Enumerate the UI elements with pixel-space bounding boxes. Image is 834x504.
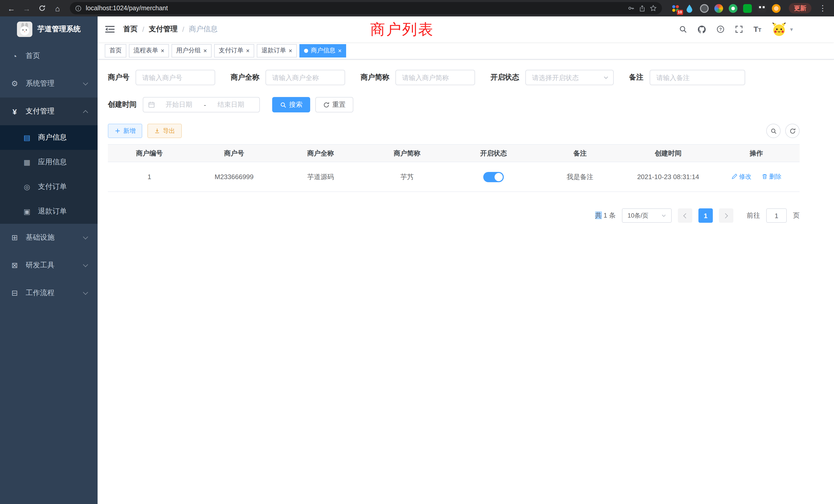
app-root: 芋道管理系统 ◔ 首页 ⚙ 系统管理 ¥ 支付管理 ▤ 商户信息 [0,17,834,504]
prev-page-button[interactable] [678,208,692,223]
browser-back-icon[interactable]: ← [5,2,18,14]
url-text[interactable]: localhost:1024/pay/merchant [86,5,168,12]
browser-home-icon[interactable]: ⌂ [51,2,64,14]
sidebar-item-home[interactable]: ◔ 首页 [0,42,97,70]
address-bar[interactable]: localhost:1024/pay/merchant [70,2,662,14]
tab-merchant-info[interactable]: 商户信息 × [300,44,346,57]
bookmark-star-icon[interactable] [650,5,657,12]
user-avatar[interactable] [772,22,787,37]
col-status: 开启状态 [451,144,537,162]
svg-text:?: ? [719,27,722,32]
sidebar-item-workflow[interactable]: ⊟ 工作流程 [0,279,97,307]
sidebar-item-merchant-info[interactable]: ▤ 商户信息 [0,125,97,150]
password-key-icon[interactable] [628,5,635,12]
app-logo[interactable]: 芋道管理系统 [0,17,97,42]
extension-monkey-icon[interactable] [758,4,766,13]
tab-label: 首页 [109,46,122,55]
cell-short-name: 芋艿 [364,162,451,192]
extension-badge: 10 [677,9,683,15]
tab-user-group[interactable]: 用户分组 × [172,44,212,57]
search-icon[interactable] [679,25,687,33]
short-name-input[interactable] [395,70,475,85]
next-page-button[interactable] [719,208,733,223]
github-icon[interactable] [697,25,706,33]
page-number-button[interactable]: 1 [698,208,713,223]
table-header-row: 商户编号 商户号 商户全称 商户简称 开启状态 备注 创建时间 操作 [108,144,799,162]
extension-apps-icon[interactable]: 10 [671,4,680,13]
tab-label: 支付订单 [219,46,243,55]
hamburger-icon[interactable] [105,24,115,35]
export-button[interactable]: 导出 [147,124,182,138]
reset-button[interactable]: 重置 [315,97,353,112]
extension-notes-icon[interactable] [743,4,752,13]
tab-home[interactable]: 首页 [105,44,126,57]
chevron-down-icon [83,80,88,85]
browser-profile-avatar[interactable] [772,4,781,13]
browser-reload-icon[interactable] [36,2,48,14]
logo-rabbit-icon [17,22,32,37]
site-info-icon[interactable] [75,5,82,12]
edit-link[interactable]: 修改 [731,173,751,181]
sidebar-item-devtools[interactable]: ⊠ 研发工具 [0,251,97,279]
breadcrumb-merchant-info: 商户信息 [189,25,218,34]
tab-pay-order[interactable]: 支付订单 × [214,44,254,57]
tab-close-icon[interactable]: × [203,47,207,54]
cell-actions: 修改 删除 [713,162,799,192]
pagination: 共 1 条 10条/页 1 前往 页 [108,208,799,223]
tab-close-icon[interactable]: × [246,47,249,54]
browser-menu-icon[interactable]: ⋮ [816,2,829,14]
extension-green-icon[interactable] [729,4,738,13]
tab-refund-order[interactable]: 退款订单 × [257,44,297,57]
extension-colorwheel-icon[interactable] [714,4,723,13]
toolbox-icon: ⊠ [10,261,19,270]
filter-merchant-no: 商户号 [108,70,215,85]
browser-forward-icon[interactable]: → [21,2,33,14]
refresh-table-button[interactable] [785,124,799,138]
extension-gray-icon[interactable] [700,4,709,13]
browser-update-button[interactable]: 更新 [789,3,811,13]
tab-strip: 首页 流程表单 × 用户分组 × 支付订单 × [97,42,834,60]
total-rest: 1 条 [601,211,616,219]
sidebar-item-refund-order[interactable]: ▣ 退款订单 [0,199,97,224]
create-time-range-picker[interactable]: 开始日期 - 结束日期 [143,97,260,112]
merchant-no-input[interactable] [136,70,215,85]
tab-flow-form[interactable]: 流程表单 × [129,44,169,57]
status-toggle[interactable] [483,172,504,182]
tab-close-icon[interactable]: × [289,47,292,54]
cell-merchant-id: 1 [108,162,191,192]
user-menu[interactable]: ▾ [772,22,793,37]
sidebar-item-label: 应用信息 [38,158,67,167]
font-size-icon[interactable]: TT [753,25,761,34]
grid-icon: ▦ [23,158,31,166]
sidebar-item-label: 支付管理 [26,107,54,116]
toggle-search-button[interactable] [766,124,781,138]
goto-page-input[interactable] [766,208,787,223]
tab-close-icon[interactable]: × [161,47,164,54]
bank-card-icon: ▤ [23,134,31,142]
tab-close-icon[interactable]: × [338,47,342,54]
sidebar-item-label: 系统管理 [26,79,54,88]
full-name-input[interactable] [265,70,345,85]
help-icon[interactable]: ? [717,25,725,33]
chevron-down-icon [83,234,88,239]
end-date-placeholder[interactable]: 结束日期 [207,100,255,109]
status-select[interactable] [525,70,614,85]
start-date-placeholder[interactable]: 开始日期 [155,100,203,109]
search-button[interactable]: 搜索 [272,97,310,112]
remark-input[interactable] [650,70,745,85]
sidebar-item-payment[interactable]: ¥ 支付管理 [0,97,97,125]
sidebar-item-pay-order[interactable]: ◎ 支付订单 [0,175,97,199]
filter-short-name: 商户简称 [360,70,475,85]
yen-icon: ¥ [10,107,19,116]
breadcrumb-payment[interactable]: 支付管理 [149,25,178,34]
page-size-select[interactable]: 10条/页 [622,208,672,223]
fullscreen-icon[interactable] [735,25,743,33]
sidebar-item-system[interactable]: ⚙ 系统管理 [0,70,97,97]
extension-drop-icon[interactable] [686,4,694,13]
sidebar-item-infrastructure[interactable]: ⊞ 基础设施 [0,224,97,251]
share-icon[interactable] [639,5,645,12]
breadcrumb-home[interactable]: 首页 [123,25,138,34]
delete-link[interactable]: 删除 [761,173,781,181]
sidebar-item-app-info[interactable]: ▦ 应用信息 [0,150,97,175]
add-button[interactable]: 新增 [108,124,142,138]
